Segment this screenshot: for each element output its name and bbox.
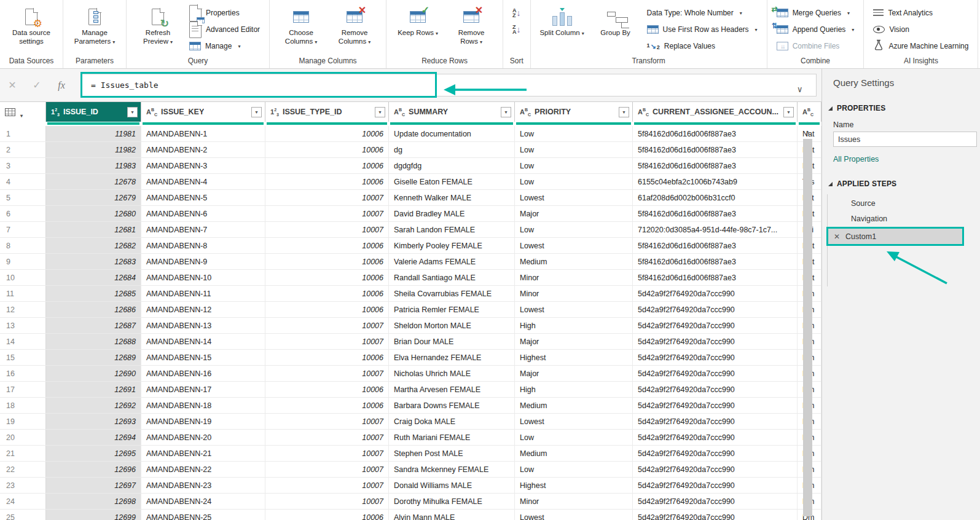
cell-priority: Low bbox=[515, 462, 633, 477]
filter-dropdown-icon[interactable]: ▼ bbox=[783, 107, 794, 117]
chevron-down-icon[interactable]: ∨ bbox=[798, 84, 802, 94]
collapse-triangle-icon[interactable] bbox=[828, 182, 833, 186]
cell-current_assignee: 5d42a9f2f764920da7ccc990 bbox=[633, 478, 798, 493]
dropdown-caret-icon: ▾ bbox=[238, 44, 240, 49]
cell-summary: Giselle Eaton FEMALE bbox=[389, 174, 515, 189]
table-row: 1012684AMANDABENN-1010006Randall Santiag… bbox=[0, 270, 821, 286]
cell-issue_key: AMANDABENN-6 bbox=[141, 206, 265, 221]
name-label: Name bbox=[833, 120, 980, 129]
ribbon-button-remove-columns[interactable]: ✕Remove Columns▾ bbox=[329, 3, 380, 46]
ribbon-button-data-type-whole-number[interactable]: Data Type: Whole Number▾ bbox=[643, 6, 761, 20]
cell-issue_type_id: 10006 bbox=[265, 382, 389, 397]
formula-input[interactable]: = Issues_table ∨ bbox=[82, 74, 817, 97]
all-properties-link[interactable]: All Properties bbox=[833, 155, 980, 163]
column-header-priority[interactable]: ABCPRIORITY▼ bbox=[515, 102, 633, 122]
cell-issue_id: 12683 bbox=[46, 254, 141, 269]
ribbon-group-label: Manage Columns bbox=[270, 56, 386, 68]
check-icon[interactable]: ✓ bbox=[25, 79, 49, 91]
cell-current_assignee: 6155c04ebfa2c1006b743ab9 bbox=[633, 174, 798, 189]
query-name-input[interactable] bbox=[833, 132, 977, 147]
ribbon-button-refresh-preview[interactable]: ↻Refresh Preview▾ bbox=[132, 3, 184, 46]
ribbon-button-manage-parameters[interactable]: Manage Parameters▾ bbox=[69, 3, 120, 46]
cell-priority: Lowest bbox=[515, 190, 633, 205]
filter-dropdown-icon[interactable]: ▼ bbox=[127, 107, 138, 117]
column-header-summary[interactable]: ABCSUMMARY▼ bbox=[389, 102, 515, 122]
collapse-triangle-icon[interactable] bbox=[828, 106, 833, 111]
properties-section-header[interactable]: PROPERTIES bbox=[828, 104, 980, 112]
delete-step-icon[interactable]: ✕ bbox=[834, 232, 840, 241]
table-row: 1912693AMANDABENN-1910007Craig Doka MALE… bbox=[0, 414, 821, 430]
ribbon-button-properties[interactable]: Properties bbox=[186, 6, 264, 20]
button-label: Combine Files bbox=[793, 42, 840, 50]
applied-step-source[interactable]: Source bbox=[828, 195, 980, 211]
row-number-cell: 7 bbox=[0, 222, 46, 237]
filter-dropdown-icon[interactable]: ▼ bbox=[501, 107, 511, 117]
cell-summary: Stephen Post MALE bbox=[389, 446, 515, 461]
ribbon-group-label: Combine bbox=[767, 56, 864, 68]
filter-dropdown-icon[interactable]: ▼ bbox=[619, 107, 629, 117]
cell-issue_type_id: 10006 bbox=[265, 142, 389, 157]
ribbon-button-data-source-settings[interactable]: ⚙Data source settings bbox=[6, 3, 57, 45]
row-number-cell: 19 bbox=[0, 414, 46, 429]
column-header-issue-id[interactable]: 123ISSUE_ID▼ bbox=[46, 102, 141, 122]
ribbon-button-append-queries[interactable]: ⇅Append Queries▾ bbox=[773, 22, 858, 37]
cell-issue_type_id: 10006 bbox=[265, 158, 389, 173]
dropdown-caret-icon: ▾ bbox=[755, 27, 758, 33]
select-all-corner[interactable]: ▾ bbox=[0, 102, 46, 122]
column-quality-cell bbox=[389, 122, 515, 126]
ribbon-button-manage[interactable]: Manage▾ bbox=[186, 39, 264, 53]
cell-priority: High bbox=[515, 318, 633, 333]
chevron-down-icon[interactable]: ▾ bbox=[20, 113, 23, 119]
filter-dropdown-icon[interactable]: ▼ bbox=[251, 107, 262, 117]
filter-dropdown-icon[interactable]: ▼ bbox=[375, 107, 385, 117]
vertical-scrollbar[interactable]: ∧ bbox=[802, 128, 813, 516]
table-row: 812682AMANDABENN-810006Kimberly Pooley F… bbox=[0, 238, 821, 254]
cell-issue_key: AMANDABENN-5 bbox=[141, 190, 265, 205]
applied-steps-section-header[interactable]: APPLIED STEPS bbox=[828, 179, 980, 188]
applied-step-navigation[interactable]: Navigation bbox=[828, 211, 980, 226]
column-quality-cell bbox=[798, 122, 821, 126]
table-row: 2212696AMANDABENN-2210007Sandra Mckenney… bbox=[0, 462, 821, 478]
cell-priority: Low bbox=[515, 142, 633, 157]
row-number-cell: 14 bbox=[0, 334, 46, 349]
ribbon-button-group-by[interactable]: Group By bbox=[590, 3, 641, 37]
cancel-icon[interactable]: ✕ bbox=[0, 79, 25, 91]
ribbon-button-advanced-editor[interactable]: Advanced Editor bbox=[186, 22, 264, 37]
ribbon-button-vision[interactable]: Vision bbox=[869, 22, 972, 37]
cell-issue_id: 12694 bbox=[46, 430, 141, 445]
ribbon-button-text-analytics[interactable]: Text Analytics bbox=[869, 6, 972, 20]
applied-step-custom1[interactable]: ✕Custom1 bbox=[828, 229, 962, 244]
ribbon-button-sort-az[interactable]: AZ↓ bbox=[509, 6, 525, 20]
cell-issue_key: AMANDABENN-4 bbox=[141, 174, 265, 189]
cell-issue_id: 12686 bbox=[46, 302, 141, 317]
cell-current_assignee: 5d42a9f2f764920da7ccc990 bbox=[633, 446, 798, 461]
ribbon-button-sort-za[interactable]: ZA↓ bbox=[509, 22, 525, 37]
ribbon-button-merge-queries[interactable]: ⇄Merge Queries▾ bbox=[773, 6, 858, 20]
cell-issue_type_id: 10006 bbox=[265, 270, 389, 285]
column-header-issue-type-id[interactable]: 123ISSUE_TYPE_ID▼ bbox=[265, 102, 389, 122]
column-header-issue-key[interactable]: ABCISSUE_KEY▼ bbox=[141, 102, 265, 122]
scroll-up-icon[interactable]: ∧ bbox=[805, 128, 810, 139]
column-header-cu[interactable]: ABCCU▼ bbox=[798, 102, 821, 122]
cell-current_assignee: 5d42a9f2f764920da7ccc990 bbox=[633, 430, 798, 445]
step-label: Navigation bbox=[851, 215, 887, 223]
ribbon-button-azure-machine-learning[interactable]: Azure Machine Learning bbox=[869, 39, 972, 53]
dropdown-caret-icon: ▾ bbox=[170, 39, 173, 45]
ribbon-button-remove-rows[interactable]: ✕Remove Rows▾ bbox=[445, 3, 497, 46]
ribbon-button-keep-rows[interactable]: ✓Keep Rows▾ bbox=[392, 3, 444, 38]
ribbon-button-choose-columns[interactable]: Choose Columns▾ bbox=[275, 3, 327, 46]
cell-priority: Low bbox=[515, 174, 633, 189]
quality-bar bbox=[390, 122, 513, 125]
scrollbar-thumb[interactable] bbox=[803, 139, 812, 516]
cell-current_assignee: 61af208d6d002b006b31ccf0 bbox=[633, 190, 798, 205]
ribbon-button-use-first-row-as-headers[interactable]: Use First Row as Headers▾ bbox=[643, 22, 761, 37]
column-header-current-assignee-accoun[interactable]: ABCCURRENT_ASSIGNEE_ACCOUN...▼ bbox=[633, 102, 798, 122]
row-number-cell: 11 bbox=[0, 286, 46, 301]
button-label: Merge Queries bbox=[793, 9, 841, 17]
ribbon-button-split-column[interactable]: Split Column▾ bbox=[536, 3, 588, 38]
data-preview-grid: ▾123ISSUE_ID▼ABCISSUE_KEY▼123ISSUE_TYPE_… bbox=[0, 102, 821, 520]
ribbon-button-replace-values[interactable]: 1↘2Replace Values bbox=[643, 39, 761, 53]
cell-issue_key: AMANDABENN-13 bbox=[141, 318, 265, 333]
cell-issue_id: 11982 bbox=[46, 142, 141, 157]
applied-steps-label: APPLIED STEPS bbox=[837, 179, 896, 188]
